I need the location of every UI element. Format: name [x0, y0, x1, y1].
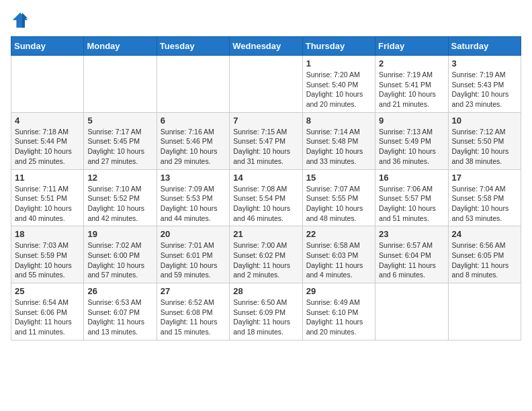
day-info: Sunrise: 7:09 AM Sunset: 5:53 PM Dayligh… [161, 184, 226, 224]
calendar-week-row: 1Sunrise: 7:20 AM Sunset: 5:40 PM Daylig… [11, 56, 521, 113]
day-info: Sunrise: 7:11 AM Sunset: 5:51 PM Dayligh… [15, 184, 80, 224]
day-info: Sunrise: 7:17 AM Sunset: 5:45 PM Dayligh… [87, 127, 152, 167]
day-number: 12 [87, 173, 152, 183]
calendar-cell: 6Sunrise: 7:16 AM Sunset: 5:46 PM Daylig… [157, 112, 229, 169]
calendar-cell: 27Sunrise: 6:52 AM Sunset: 6:08 PM Dayli… [157, 283, 229, 340]
day-number: 4 [15, 116, 80, 126]
calendar-cell: 29Sunrise: 6:49 AM Sunset: 6:10 PM Dayli… [302, 283, 375, 340]
calendar-cell [84, 56, 157, 113]
day-number: 13 [161, 173, 226, 183]
page-header [11, 11, 521, 30]
calendar-cell: 24Sunrise: 6:56 AM Sunset: 6:05 PM Dayli… [448, 226, 521, 283]
calendar-cell: 3Sunrise: 7:19 AM Sunset: 5:43 PM Daylig… [448, 56, 521, 113]
day-number: 26 [87, 286, 152, 296]
calendar-cell: 4Sunrise: 7:18 AM Sunset: 5:44 PM Daylig… [11, 112, 84, 169]
day-info: Sunrise: 6:56 AM Sunset: 6:05 PM Dayligh… [452, 240, 517, 280]
day-info: Sunrise: 7:00 AM Sunset: 6:02 PM Dayligh… [233, 240, 298, 280]
day-number: 10 [452, 116, 517, 126]
calendar-week-row: 11Sunrise: 7:11 AM Sunset: 5:51 PM Dayli… [11, 169, 521, 226]
calendar-cell: 8Sunrise: 7:14 AM Sunset: 5:48 PM Daylig… [302, 112, 375, 169]
calendar-table: SundayMondayTuesdayWednesdayThursdayFrid… [11, 36, 521, 340]
day-number: 29 [306, 286, 371, 296]
calendar-cell: 18Sunrise: 7:03 AM Sunset: 5:59 PM Dayli… [11, 226, 84, 283]
calendar-week-row: 4Sunrise: 7:18 AM Sunset: 5:44 PM Daylig… [11, 112, 521, 169]
day-info: Sunrise: 7:14 AM Sunset: 5:48 PM Dayligh… [306, 127, 371, 167]
day-number: 5 [87, 116, 152, 126]
calendar-header-row: SundayMondayTuesdayWednesdayThursdayFrid… [11, 37, 521, 56]
day-info: Sunrise: 7:07 AM Sunset: 5:55 PM Dayligh… [306, 184, 371, 224]
day-number: 17 [452, 173, 517, 183]
calendar-cell [375, 283, 448, 340]
calendar-cell: 20Sunrise: 7:01 AM Sunset: 6:01 PM Dayli… [157, 226, 229, 283]
day-info: Sunrise: 6:49 AM Sunset: 6:10 PM Dayligh… [306, 298, 371, 337]
calendar-cell: 21Sunrise: 7:00 AM Sunset: 6:02 PM Dayli… [230, 226, 302, 283]
day-number: 16 [379, 173, 444, 183]
day-number: 2 [379, 58, 444, 68]
calendar-cell: 10Sunrise: 7:12 AM Sunset: 5:50 PM Dayli… [448, 112, 521, 169]
day-info: Sunrise: 7:03 AM Sunset: 5:59 PM Dayligh… [15, 240, 80, 280]
day-info: Sunrise: 7:01 AM Sunset: 6:01 PM Dayligh… [161, 240, 226, 280]
day-info: Sunrise: 7:10 AM Sunset: 5:52 PM Dayligh… [87, 184, 152, 224]
day-number: 8 [306, 116, 371, 126]
calendar-cell [11, 56, 84, 113]
day-number: 14 [233, 173, 298, 183]
calendar-cell: 14Sunrise: 7:08 AM Sunset: 5:54 PM Dayli… [230, 169, 302, 226]
day-number: 27 [161, 286, 226, 296]
calendar-week-row: 25Sunrise: 6:54 AM Sunset: 6:06 PM Dayli… [11, 283, 521, 340]
day-number: 19 [87, 229, 152, 239]
calendar-week-row: 18Sunrise: 7:03 AM Sunset: 5:59 PM Dayli… [11, 226, 521, 283]
day-number: 9 [379, 116, 444, 126]
day-of-week-header: Sunday [11, 37, 84, 56]
day-number: 3 [452, 58, 517, 68]
calendar-cell: 16Sunrise: 7:06 AM Sunset: 5:57 PM Dayli… [375, 169, 448, 226]
calendar-cell: 2Sunrise: 7:19 AM Sunset: 5:41 PM Daylig… [375, 56, 448, 113]
logo [11, 11, 32, 30]
day-number: 21 [233, 229, 298, 239]
day-number: 6 [161, 116, 226, 126]
day-number: 18 [15, 229, 80, 239]
day-info: Sunrise: 7:08 AM Sunset: 5:54 PM Dayligh… [233, 184, 298, 224]
day-number: 24 [452, 229, 517, 239]
day-number: 11 [15, 173, 80, 183]
day-info: Sunrise: 6:57 AM Sunset: 6:04 PM Dayligh… [379, 240, 444, 280]
day-info: Sunrise: 7:04 AM Sunset: 5:58 PM Dayligh… [452, 184, 517, 224]
day-info: Sunrise: 7:12 AM Sunset: 5:50 PM Dayligh… [452, 127, 517, 167]
calendar-cell [230, 56, 302, 113]
day-info: Sunrise: 6:50 AM Sunset: 6:09 PM Dayligh… [233, 298, 298, 337]
calendar-cell: 17Sunrise: 7:04 AM Sunset: 5:58 PM Dayli… [448, 169, 521, 226]
day-info: Sunrise: 7:02 AM Sunset: 6:00 PM Dayligh… [87, 240, 152, 280]
day-number: 22 [306, 229, 371, 239]
day-number: 1 [306, 58, 371, 68]
day-number: 15 [306, 173, 371, 183]
svg-marker-0 [13, 13, 28, 28]
day-of-week-header: Friday [375, 37, 448, 56]
day-info: Sunrise: 6:52 AM Sunset: 6:08 PM Dayligh… [161, 298, 226, 337]
day-info: Sunrise: 7:15 AM Sunset: 5:47 PM Dayligh… [233, 127, 298, 167]
day-info: Sunrise: 7:19 AM Sunset: 5:41 PM Dayligh… [379, 70, 444, 109]
calendar-cell: 28Sunrise: 6:50 AM Sunset: 6:09 PM Dayli… [230, 283, 302, 340]
day-info: Sunrise: 7:19 AM Sunset: 5:43 PM Dayligh… [452, 70, 517, 109]
day-info: Sunrise: 6:54 AM Sunset: 6:06 PM Dayligh… [15, 298, 80, 337]
calendar-cell: 25Sunrise: 6:54 AM Sunset: 6:06 PM Dayli… [11, 283, 84, 340]
day-of-week-header: Thursday [302, 37, 375, 56]
day-info: Sunrise: 6:53 AM Sunset: 6:07 PM Dayligh… [87, 298, 152, 337]
day-info: Sunrise: 6:58 AM Sunset: 6:03 PM Dayligh… [306, 240, 371, 280]
calendar-cell: 19Sunrise: 7:02 AM Sunset: 6:00 PM Dayli… [84, 226, 157, 283]
day-info: Sunrise: 7:20 AM Sunset: 5:40 PM Dayligh… [306, 70, 371, 109]
day-info: Sunrise: 7:06 AM Sunset: 5:57 PM Dayligh… [379, 184, 444, 224]
day-info: Sunrise: 7:18 AM Sunset: 5:44 PM Dayligh… [15, 127, 80, 167]
calendar-cell: 23Sunrise: 6:57 AM Sunset: 6:04 PM Dayli… [375, 226, 448, 283]
day-of-week-header: Saturday [448, 37, 521, 56]
day-of-week-header: Monday [84, 37, 157, 56]
day-number: 28 [233, 286, 298, 296]
calendar-cell [448, 283, 521, 340]
calendar-cell [157, 56, 229, 113]
calendar-cell: 7Sunrise: 7:15 AM Sunset: 5:47 PM Daylig… [230, 112, 302, 169]
day-number: 7 [233, 116, 298, 126]
calendar-cell: 26Sunrise: 6:53 AM Sunset: 6:07 PM Dayli… [84, 283, 157, 340]
day-info: Sunrise: 7:13 AM Sunset: 5:49 PM Dayligh… [379, 127, 444, 167]
day-of-week-header: Tuesday [157, 37, 229, 56]
day-info: Sunrise: 7:16 AM Sunset: 5:46 PM Dayligh… [161, 127, 226, 167]
calendar-cell: 15Sunrise: 7:07 AM Sunset: 5:55 PM Dayli… [302, 169, 375, 226]
logo-icon [11, 11, 30, 30]
